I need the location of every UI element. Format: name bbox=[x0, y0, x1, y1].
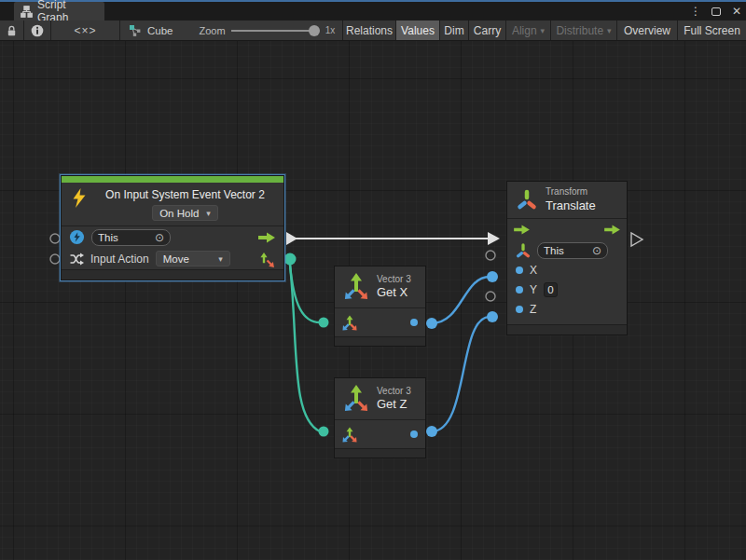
lock-icon bbox=[6, 24, 18, 37]
event-mode-dropdown[interactable]: On Hold ▾ bbox=[152, 205, 218, 221]
tab-bar: Script Graph ⋮ ✕ bbox=[0, 2, 746, 20]
zoom-label: Zoom bbox=[200, 25, 226, 36]
node-footer bbox=[335, 448, 425, 458]
object-picker-icon[interactable]: ⊙ bbox=[592, 245, 601, 256]
y-value-field[interactable]: 0 bbox=[544, 282, 558, 297]
flow-arrow-out-icon bbox=[603, 224, 621, 236]
translate-node-header: Transform Translate bbox=[507, 182, 627, 218]
info-button[interactable] bbox=[24, 20, 51, 40]
translate-z-row: Z bbox=[507, 300, 627, 320]
carry-button[interactable]: Carry bbox=[469, 20, 506, 40]
node-title: Translate bbox=[546, 198, 596, 213]
getx-result-dot[interactable] bbox=[410, 319, 418, 326]
chevron-down-icon: ▾ bbox=[206, 210, 211, 218]
getx-output-port[interactable] bbox=[426, 318, 437, 329]
node-surtitle: Vector 3 bbox=[377, 274, 411, 286]
translate-x-row: X bbox=[507, 261, 627, 280]
script-graph-window: Script Graph ⋮ ✕ <×> bbox=[0, 0, 746, 560]
node-surtitle: Transform bbox=[546, 186, 596, 198]
fullscreen-button[interactable]: Full Screen bbox=[678, 20, 746, 40]
event-this-row: This ⊙ bbox=[62, 226, 283, 248]
node-title: Get Z bbox=[377, 397, 411, 412]
event-node-color-bar bbox=[62, 176, 283, 183]
distribute-button[interactable]: Distribute▾ bbox=[551, 20, 617, 40]
flow-connection[interactable] bbox=[286, 232, 500, 245]
getz-input-port[interactable] bbox=[319, 427, 329, 437]
vector3-icon bbox=[342, 271, 370, 303]
transform-icon bbox=[516, 188, 538, 211]
node-vector3-get-z[interactable]: Vector 3 Get Z bbox=[334, 377, 426, 458]
z-port-label: Z bbox=[530, 303, 536, 316]
window-maximize-icon[interactable] bbox=[709, 3, 724, 20]
zoom-slider-knob[interactable] bbox=[309, 25, 320, 36]
node-on-input-system-event[interactable]: On Input System Event Vector 2 On Hold ▾… bbox=[61, 175, 284, 280]
translate-y-row: Y 0 bbox=[507, 280, 627, 300]
lightning-bolt-icon bbox=[71, 188, 88, 209]
translate-target-field[interactable]: This ⊙ bbox=[537, 242, 608, 259]
tab-script-graph[interactable]: Script Graph bbox=[14, 2, 104, 20]
event-input-action-row: Input Action Move ▾ bbox=[62, 248, 283, 269]
translate-x-connection-port[interactable] bbox=[487, 271, 498, 282]
code-view-button[interactable]: <×> bbox=[51, 20, 120, 40]
event-action-port-open[interactable] bbox=[50, 254, 60, 264]
values-button[interactable]: Values bbox=[396, 20, 440, 40]
chevron-down-icon: ▾ bbox=[541, 27, 546, 35]
translate-this-row: This ⊙ bbox=[507, 241, 627, 261]
overview-button[interactable]: Overview bbox=[617, 20, 678, 40]
graph-ref-label: Cube bbox=[147, 25, 173, 36]
event-this-port-open[interactable] bbox=[50, 234, 60, 243]
getx-input-port[interactable] bbox=[319, 318, 329, 328]
input-action-label: Input Action bbox=[90, 253, 149, 266]
graph-canvas[interactable]: On Input System Event Vector 2 On Hold ▾… bbox=[0, 41, 746, 560]
align-button[interactable]: Align▾ bbox=[506, 20, 551, 40]
input-action-dropdown[interactable]: Move ▾ bbox=[156, 251, 230, 266]
window-close-icon[interactable]: ✕ bbox=[729, 3, 744, 20]
zoom-control: Zoom 1x bbox=[200, 25, 336, 36]
node-transform-translate[interactable]: Transform Translate bbox=[506, 181, 628, 335]
zoom-slider[interactable] bbox=[231, 25, 320, 36]
vector3-small-icon bbox=[342, 427, 357, 443]
code-view-icon: <×> bbox=[74, 24, 96, 37]
getx-node-header: Vector 3 Get X bbox=[335, 266, 425, 307]
x-port-label: X bbox=[530, 264, 537, 277]
getz-body-row bbox=[335, 420, 425, 448]
node-title: On Input System Event Vector 2 bbox=[105, 188, 265, 201]
teal-connections[interactable] bbox=[290, 265, 320, 431]
translate-this-port-open[interactable] bbox=[486, 251, 495, 260]
y-port-label: Y bbox=[530, 283, 537, 296]
dim-button[interactable]: Dim bbox=[440, 20, 469, 40]
y-port-dot[interactable] bbox=[516, 286, 523, 294]
translate-flow-row bbox=[507, 219, 627, 241]
event-target-field[interactable]: This ⊙ bbox=[91, 229, 171, 246]
graph-reference-segment[interactable]: Cube Zoom 1x bbox=[120, 20, 343, 40]
transform-small-icon bbox=[516, 243, 531, 258]
translate-z-connection-port[interactable] bbox=[487, 311, 498, 322]
translate-y-port-open[interactable] bbox=[486, 292, 495, 301]
object-picker-icon[interactable]: ⊙ bbox=[155, 232, 164, 243]
x-port-dot[interactable] bbox=[516, 266, 523, 274]
chevron-down-icon: ▾ bbox=[218, 255, 223, 264]
node-vector3-get-x[interactable]: Vector 3 Get X bbox=[334, 266, 426, 347]
flow-output-port-open[interactable] bbox=[631, 233, 642, 246]
getz-output-port[interactable] bbox=[426, 426, 437, 437]
getz-result-dot[interactable] bbox=[410, 430, 418, 438]
z-port-dot[interactable] bbox=[516, 306, 523, 313]
lock-button[interactable] bbox=[0, 20, 24, 40]
graph-hierarchy-icon bbox=[21, 6, 33, 18]
chevron-down-icon: ▾ bbox=[607, 27, 612, 35]
vector3-icon bbox=[342, 383, 370, 415]
zoom-value: 1x bbox=[325, 25, 336, 35]
flow-arrow-in-icon bbox=[513, 224, 531, 236]
blue-connections[interactable] bbox=[432, 277, 490, 431]
window-menu-icon[interactable]: ⋮ bbox=[688, 3, 703, 20]
event-vector2-output-port[interactable] bbox=[284, 253, 297, 266]
vector3-small-icon bbox=[342, 315, 357, 331]
relations-button[interactable]: Relations bbox=[343, 20, 396, 40]
flow-arrow-right-icon bbox=[257, 231, 276, 244]
getx-body-row bbox=[335, 308, 425, 336]
node-footer bbox=[335, 336, 425, 346]
graph-ref-icon bbox=[129, 24, 142, 37]
vector2-output-icon bbox=[257, 250, 276, 268]
graph-toolbar: <×> Cube Zoom 1x Relations Values Dim Ca… bbox=[0, 20, 746, 41]
window-controls: ⋮ ✕ bbox=[688, 2, 744, 20]
